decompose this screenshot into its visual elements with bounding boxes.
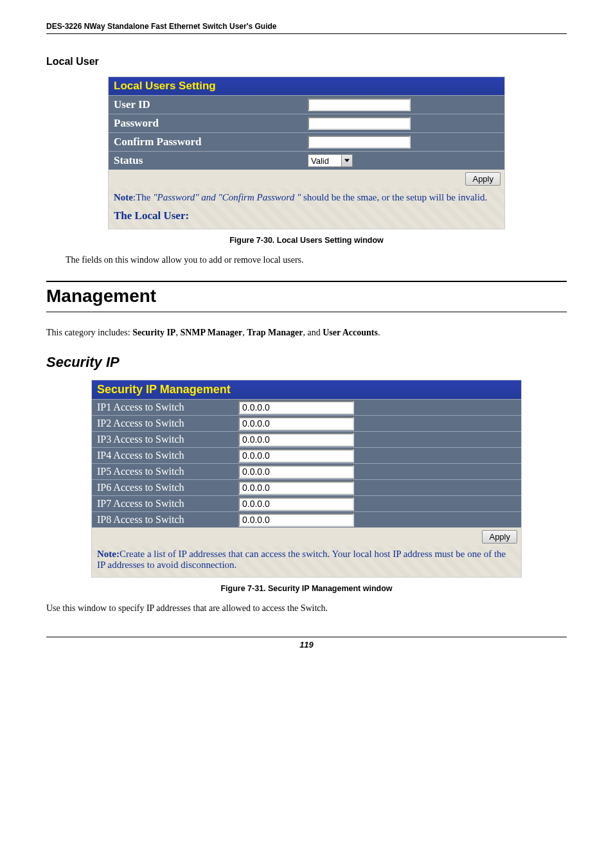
ip-input-8[interactable] <box>238 513 354 527</box>
label-user-id: User ID <box>109 96 305 114</box>
body2-item-3: User Accounts <box>323 328 378 337</box>
body2-item-2: Trap Manager <box>247 328 303 337</box>
heading-security-ip: Security IP <box>46 354 567 371</box>
ip-input-2[interactable] <box>238 417 354 430</box>
local-users-setting-panel: Local Users Setting User ID Password Con… <box>108 76 505 229</box>
security-ip-panel: Security IP Management IP1 Access to Swi… <box>91 380 522 578</box>
note-italic: "Password" and "Confirm Password " <box>153 192 301 202</box>
ip-row-label: IP6 Access to Switch <box>92 480 237 495</box>
body2-post: . <box>378 328 380 337</box>
ip-input-1[interactable] <box>238 401 354 414</box>
panel1-note: Note:The "Password" and "Confirm Passwor… <box>109 188 504 229</box>
page-number: 119 <box>46 637 567 650</box>
note-text-1: The <box>136 192 153 202</box>
note-prefix: Note <box>114 192 133 202</box>
svg-marker-0 <box>344 159 350 163</box>
note2-text: Create a list of IP addresses that can a… <box>97 549 506 570</box>
confirm-password-input[interactable] <box>308 136 411 148</box>
ip-row: IP2 Access to Switch <box>92 415 521 431</box>
body2-item-1: SNMP Manager <box>180 328 242 337</box>
chevron-down-icon <box>341 155 352 166</box>
user-id-input[interactable] <box>308 98 411 111</box>
note2-prefix: Note: <box>97 549 120 559</box>
row-status: Status Valid <box>109 151 504 170</box>
ip-input-4[interactable] <box>238 449 354 463</box>
panel2-title: Security IP Management <box>92 380 521 399</box>
ip-row: IP8 Access to Switch <box>92 511 521 527</box>
ip-row-label: IP2 Access to Switch <box>92 416 237 431</box>
body-text-1: The fields on this window allow you to a… <box>66 254 567 267</box>
ip-row-label: IP5 Access to Switch <box>92 464 237 479</box>
ip-row-label: IP3 Access to Switch <box>92 432 237 447</box>
ip-row: IP6 Access to Switch <box>92 479 521 495</box>
ip-row-label: IP1 Access to Switch <box>92 400 237 415</box>
apply-button-2[interactable]: Apply <box>482 530 517 544</box>
ip-row: IP1 Access to Switch <box>92 399 521 415</box>
ip-row-label: IP8 Access to Switch <box>92 512 237 527</box>
figure-caption-7-31: Figure 7-31. Security IP Management wind… <box>46 584 567 593</box>
row-password: Password <box>109 114 504 132</box>
ip-row: IP5 Access to Switch <box>92 463 521 479</box>
panel2-note: Note:Create a list of IP addresses that … <box>92 546 521 577</box>
body2-pre: This category includes: <box>46 328 132 337</box>
label-password: Password <box>109 114 305 132</box>
body2-item-0: Security IP <box>132 328 175 337</box>
row-user-id: User ID <box>109 95 504 114</box>
figure-caption-7-30: Figure 7-30. Local Users Setting window <box>46 236 567 245</box>
status-select-value: Valid <box>311 156 329 166</box>
body-text-3: Use this window to specify IP addresses … <box>46 602 567 615</box>
apply-button[interactable]: Apply <box>465 172 501 186</box>
status-select[interactable]: Valid <box>308 154 353 167</box>
ip-row: IP4 Access to Switch <box>92 447 521 463</box>
password-input[interactable] <box>308 117 411 130</box>
body2-and: , and <box>303 328 323 337</box>
ip-row-label: IP7 Access to Switch <box>92 496 237 511</box>
heading-management: Management <box>46 286 567 308</box>
ip-input-5[interactable] <box>238 465 354 479</box>
row-confirm-password: Confirm Password <box>109 132 504 151</box>
section-heading-local-user: Local User <box>46 56 567 67</box>
label-confirm-password: Confirm Password <box>109 133 305 151</box>
local-user-heading: The Local User: <box>114 203 499 222</box>
label-status: Status <box>109 152 305 170</box>
ip-row-label: IP4 Access to Switch <box>92 448 237 463</box>
ip-row: IP3 Access to Switch <box>92 431 521 447</box>
doc-header: DES-3226 NWay Standalone Fast Ethernet S… <box>46 22 567 34</box>
ip-row: IP7 Access to Switch <box>92 495 521 511</box>
ip-input-7[interactable] <box>238 497 354 511</box>
body-text-2: This category includes: Security IP, SNM… <box>46 326 567 339</box>
ip-input-3[interactable] <box>238 433 354 447</box>
note-text-2: should be the smae, or the setup will be… <box>301 192 487 202</box>
panel-title: Local Users Setting <box>109 77 504 95</box>
ip-input-6[interactable] <box>238 481 354 495</box>
